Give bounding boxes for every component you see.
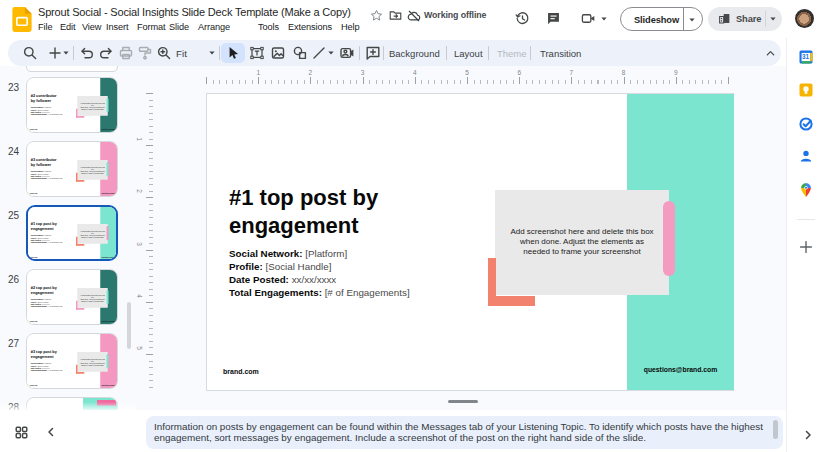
collapse-toolbar-icon[interactable]	[765, 48, 776, 59]
camera-insert-icon[interactable]	[339, 45, 355, 61]
menu-edit[interactable]: Edit	[60, 22, 75, 32]
slideshow-caret-icon[interactable]	[688, 16, 696, 24]
mini-footer-left: brand.com	[30, 129, 38, 131]
ruler-number: 3	[136, 242, 143, 246]
mini-pill-accent	[107, 354, 109, 368]
tasks-icon[interactable]	[798, 116, 814, 132]
maps-icon[interactable]	[798, 182, 814, 198]
thumbnail-mini-slide: #3 top post byengagement Social Network:…	[27, 334, 118, 389]
insert-line-icon[interactable]	[311, 45, 327, 61]
mini-footer-left: brand.com	[30, 321, 38, 323]
menu-help[interactable]: Help	[341, 22, 360, 32]
contacts-icon[interactable]	[798, 148, 814, 164]
zoom-caret-icon[interactable]	[208, 49, 216, 57]
mini-footer-left: brand.com	[30, 385, 38, 387]
meet-camera-icon[interactable]	[581, 11, 596, 26]
menu-insert[interactable]: Insert	[106, 22, 128, 32]
insert-comment-icon[interactable]	[365, 45, 381, 61]
select-tool-icon[interactable]	[225, 45, 241, 61]
insert-shape-icon[interactable]	[292, 45, 308, 61]
share-caret-icon[interactable]	[769, 15, 777, 23]
menu-arrange[interactable]: Arrange	[198, 22, 230, 32]
document-title[interactable]: Sprout Social - Social Insights Slide De…	[38, 6, 351, 18]
paint-format-icon[interactable]	[137, 45, 153, 61]
calendar-icon[interactable]: 31	[798, 49, 814, 65]
slide-body-text[interactable]: Social Network: [Platform] Profile: [Soc…	[229, 247, 410, 299]
menu-view[interactable]: View	[82, 22, 101, 32]
slide-footer-left[interactable]: brand.com	[223, 368, 259, 375]
mini-slide-title: #3 contributorby follower	[31, 158, 57, 168]
layout-button[interactable]: Layout	[454, 48, 483, 59]
mini-slide-title: #2 top post byengagement	[31, 286, 57, 296]
menu-bar: File Edit View Insert Format Slide Arran…	[0, 22, 500, 36]
button-divider	[765, 11, 766, 27]
insert-line-caret-icon[interactable]	[327, 49, 335, 57]
text-box-icon[interactable]	[249, 45, 265, 61]
zoom-select[interactable]: Fit	[176, 48, 187, 59]
menu-extensions[interactable]: Extensions	[288, 22, 332, 32]
print-icon[interactable]	[118, 45, 134, 61]
account-avatar[interactable]	[795, 9, 814, 28]
notes-scrollbar[interactable]	[773, 420, 778, 439]
toolbar-divider	[530, 46, 531, 60]
slide-footer-right[interactable]: questions@brand.com	[627, 366, 734, 373]
hide-side-panel-icon[interactable]	[803, 430, 813, 440]
slide-thumbnail-22-partial[interactable]	[26, 66, 118, 72]
menu-format[interactable]: Format	[137, 22, 166, 32]
toolbar-divider	[488, 46, 489, 60]
menu-tools[interactable]: Tools	[258, 22, 279, 32]
speaker-notes-text[interactable]: Information on posts by engagement can b…	[154, 421, 768, 443]
move-folder-icon[interactable]	[389, 9, 402, 22]
meet-caret-icon[interactable]	[600, 15, 608, 23]
slide-thumbnail-24[interactable]: #3 contributorby follower Social Network…	[26, 141, 118, 197]
redo-icon[interactable]	[98, 45, 114, 61]
zoom-icon[interactable]	[156, 45, 172, 61]
ruler-number: 2	[136, 190, 143, 194]
get-addons-icon[interactable]	[798, 239, 814, 255]
collapse-filmstrip-icon[interactable]	[46, 427, 56, 437]
slideshow-button[interactable]: Slideshow	[620, 7, 703, 31]
theme-button[interactable]: Theme	[497, 48, 527, 59]
slide-canvas[interactable]: #1 top post by engagement Social Network…	[206, 93, 734, 391]
slide-title[interactable]: #1 top post by engagement	[229, 184, 378, 240]
mini-footer-right: questions@brand.com	[100, 385, 118, 387]
grid-view-icon[interactable]	[15, 426, 28, 439]
toolbar-divider	[219, 46, 220, 60]
notes-resize-handle[interactable]	[448, 400, 478, 403]
slide-thumbnail-23[interactable]: #2 contributorby follower Social Network…	[26, 77, 118, 133]
filmstrip-scrollbar[interactable]	[127, 302, 131, 349]
star-icon[interactable]	[370, 9, 383, 22]
transition-button[interactable]: Transition	[540, 48, 581, 59]
cloud-offline-icon[interactable]	[407, 9, 421, 23]
slide-thumbnail-27[interactable]: #3 top post byengagement Social Network:…	[26, 333, 118, 389]
thumbnail-mini-slide: #2 contributorby follower Social Network…	[27, 78, 118, 133]
mini-slide-title: #3 top post byengagement	[31, 350, 57, 360]
speaker-notes[interactable]: Information on posts by engagement can b…	[146, 416, 783, 449]
version-history-icon[interactable]	[515, 11, 530, 26]
slide-thumbnail-25-selected[interactable]: #1 top post byengagement Social Network:…	[26, 205, 118, 261]
pink-pill-accent[interactable]	[663, 201, 675, 276]
mini-screenshot-text: Add screenshot here and delete this boxw…	[79, 359, 107, 366]
insert-image-icon[interactable]	[270, 45, 286, 61]
comment-history-icon[interactable]	[546, 11, 561, 26]
screenshot-placeholder-box[interactable]: Add screenshot here and delete this box …	[495, 190, 669, 295]
menu-slide[interactable]: Slide	[169, 22, 189, 32]
mini-slide-body: Social Network: [Platform] Profile: [Soc…	[31, 106, 63, 116]
ruler-number: 9	[674, 69, 678, 76]
menu-file[interactable]: File	[38, 22, 52, 32]
background-button[interactable]: Background	[389, 48, 440, 59]
new-slide-plus-icon[interactable]	[47, 45, 63, 61]
menus-search-icon[interactable]	[22, 45, 38, 61]
share-button[interactable]: Share	[708, 7, 782, 31]
bottom-bar: Information on posts by engagement can b…	[0, 410, 786, 452]
new-slide-caret-icon[interactable]	[62, 49, 70, 57]
coral-bracket-accent-h[interactable]	[488, 296, 535, 306]
undo-icon[interactable]	[79, 45, 95, 61]
mini-bracket-accent-h	[76, 372, 84, 374]
domain-icon	[718, 12, 731, 25]
slide-thumbnail-26[interactable]: #2 top post byengagement Social Network:…	[26, 269, 118, 325]
keep-icon[interactable]	[798, 82, 814, 98]
toolbar-divider	[446, 46, 447, 60]
side-panel: 31	[786, 38, 824, 452]
thumbnail-number: 26	[8, 274, 24, 285]
